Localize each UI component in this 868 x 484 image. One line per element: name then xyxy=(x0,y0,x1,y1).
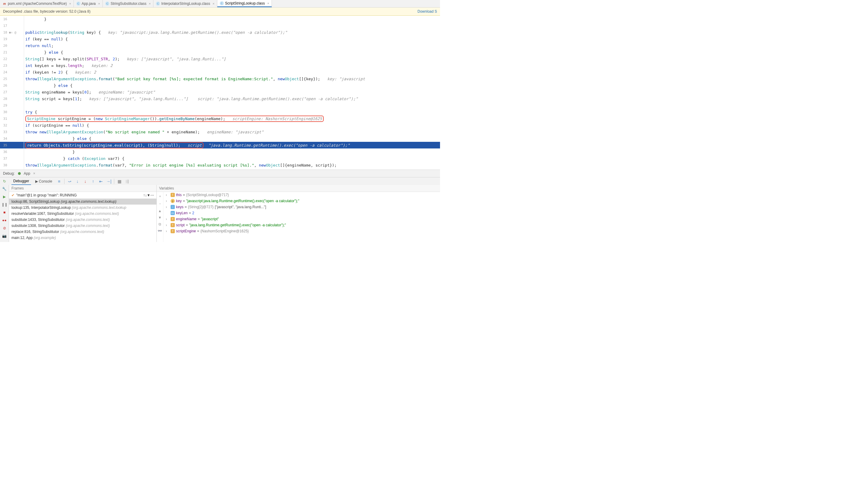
gutter-row[interactable]: 32 xyxy=(0,122,24,129)
close-icon[interactable]: × xyxy=(267,1,269,5)
stack-frame[interactable]: main:12, App (org.example) xyxy=(9,235,156,241)
code-line[interactable]: return Objects.toString(scriptEngine.eva… xyxy=(24,142,440,148)
close-icon[interactable]: × xyxy=(213,2,214,5)
copy-icon[interactable]: ⧉ xyxy=(158,222,161,226)
code-line[interactable]: if (key == null) { xyxy=(24,36,440,42)
gutter-row[interactable]: 34 xyxy=(0,135,24,142)
gutter-row[interactable]: 37 xyxy=(0,155,24,162)
mute-breakpoints-icon[interactable]: ⊘ xyxy=(2,225,7,231)
close-icon[interactable]: × xyxy=(33,171,35,176)
stack-frame[interactable]: lookup:135, InterpolatorStringLookup (or… xyxy=(9,205,156,210)
resume-icon[interactable]: ▶ xyxy=(2,194,7,199)
code-line[interactable]: throw IllegalArgumentExceptions.format("… xyxy=(24,76,440,82)
code-line[interactable]: if (keyLen != 2) { keyLen: 2 xyxy=(24,69,440,76)
variable-row[interactable]: ›⫶keys = {String[2]@727} ["javascript", … xyxy=(163,204,440,210)
debug-app-name[interactable]: App xyxy=(24,171,30,176)
stop-icon[interactable]: ■ xyxy=(2,210,7,215)
stack-frame[interactable]: resolveVariable:1067, StringSubstitutor … xyxy=(9,210,156,217)
code-area[interactable]: } public String lookup(String key) { key… xyxy=(24,16,440,170)
close-icon[interactable]: × xyxy=(149,2,151,5)
trace-icon[interactable]: ⇶ xyxy=(124,179,130,184)
evaluate-icon[interactable]: ▦ xyxy=(117,179,122,184)
variable-row[interactable]: ›fengineName = "javascript" xyxy=(163,216,440,222)
force-step-into-icon[interactable]: ↓ xyxy=(83,179,88,184)
step-out-icon[interactable]: ↑ xyxy=(90,179,96,184)
code-line[interactable] xyxy=(24,102,440,109)
new-watch-icon[interactable]: ＋ xyxy=(158,194,162,199)
code-line[interactable]: String engineName = keys[0]; engineName:… xyxy=(24,89,440,95)
gutter-row[interactable]: 22 xyxy=(0,56,24,62)
tab-console[interactable]: ▶ Console xyxy=(33,178,54,185)
code-line[interactable]: } xyxy=(24,16,440,22)
gutter-row[interactable]: 16 xyxy=(0,16,24,22)
code-line[interactable]: } xyxy=(24,148,440,155)
stack-frame[interactable]: substitute:1308, StringSubstitutor (org.… xyxy=(9,223,156,229)
drop-frame-icon[interactable]: ⇤ xyxy=(98,179,104,184)
run-to-cursor-icon[interactable]: →| xyxy=(106,179,112,184)
gutter-row[interactable]: 36 xyxy=(0,148,24,155)
tab-debugger[interactable]: Debugger xyxy=(11,178,31,185)
gutter-row[interactable]: 20 xyxy=(0,42,24,49)
code-line[interactable]: throw IllegalArgumentExceptions.format(v… xyxy=(24,162,440,168)
view-breakpoints-icon[interactable]: ●● xyxy=(2,218,7,223)
rerun-icon[interactable]: ↻ xyxy=(2,179,7,184)
threads-icon[interactable]: ≡ xyxy=(56,179,62,184)
close-icon[interactable]: × xyxy=(69,2,71,5)
code-line[interactable]: } catch (Exception var7) { xyxy=(24,155,440,162)
filter-icon[interactable]: ▼ xyxy=(147,193,150,197)
gutter-row[interactable]: 19 xyxy=(0,36,24,42)
code-line[interactable]: if (scriptEngine == null) { xyxy=(24,122,440,129)
camera-icon[interactable]: 📷 xyxy=(2,233,7,239)
gutter-row[interactable]: 21 xyxy=(0,49,24,56)
gutter-row[interactable]: 27 xyxy=(0,89,24,95)
code-line[interactable]: try { xyxy=(24,109,440,115)
stack-frame[interactable]: lookup:86, ScriptStringLookup (org.apach… xyxy=(9,199,156,205)
code-line[interactable]: ScriptEngine scriptEngine = (new ScriptE… xyxy=(24,115,440,122)
editor-tab[interactable]: CScriptStringLookup.class× xyxy=(217,0,272,7)
code-line[interactable]: String script = keys[1]; keys: ["javascr… xyxy=(24,95,440,102)
variable-row[interactable]: 01keyLen = 2 xyxy=(163,210,440,216)
download-sources-link[interactable]: Download S xyxy=(417,9,437,13)
code-line[interactable]: } else { xyxy=(24,49,440,56)
down-icon[interactable]: ▼ xyxy=(158,216,162,220)
code-line[interactable]: int keyLen = keys.length; keyLen: 2 xyxy=(24,62,440,69)
code-line[interactable]: } else { xyxy=(24,82,440,89)
stack-frame[interactable]: replace:816, StringSubstitutor (org.apac… xyxy=(9,229,156,235)
gutter-row[interactable]: 29 xyxy=(0,102,24,109)
editor-tab[interactable]: CApp.java× xyxy=(74,0,103,7)
code-line[interactable]: return null; xyxy=(24,42,440,49)
settings-icon[interactable]: 🔧 xyxy=(2,186,7,192)
gutter-row[interactable]: 26 xyxy=(0,82,24,89)
editor-tab[interactable]: CInterpolatorStringLookup.class× xyxy=(153,0,217,7)
code-line[interactable]: throw new IllegalArgumentException("No s… xyxy=(24,129,440,135)
gutter-row[interactable]: 18●↑ @ xyxy=(0,29,24,36)
step-over-icon[interactable]: ⤻ xyxy=(67,179,72,184)
up-icon[interactable]: ▲ xyxy=(158,209,162,213)
code-line[interactable]: String[] keys = key.split(SPLIT_STR, 2);… xyxy=(24,56,440,62)
gutter-row[interactable]: 28 xyxy=(0,95,24,102)
gutter-row[interactable]: 31 xyxy=(0,115,24,122)
close-icon[interactable]: × xyxy=(98,2,100,5)
code-line[interactable]: public String lookup(String key) { key: … xyxy=(24,29,440,36)
editor-tab[interactable]: mpom.xml (ApacheCommonsTextRce)× xyxy=(0,0,74,7)
variable-row[interactable]: ›fscriptEngine = {NashornScriptEngine@16… xyxy=(163,228,440,234)
gutter-row[interactable]: 23 xyxy=(0,62,24,69)
remove-watch-icon[interactable]: － xyxy=(158,201,162,206)
code-line[interactable] xyxy=(24,22,440,29)
thread-selector[interactable]: ✔"main"@1 in group "main": RUNNING↑↓▼⋯ xyxy=(9,192,156,199)
gutter-row[interactable]: 17 xyxy=(0,22,24,29)
gutter-row[interactable]: 30 xyxy=(0,109,24,115)
step-into-icon[interactable]: ↓ xyxy=(75,179,80,184)
gutter-row[interactable]: 35 xyxy=(0,142,24,148)
more-icon[interactable]: ⋯ xyxy=(150,193,154,197)
gutter-row[interactable]: 25 xyxy=(0,76,24,82)
variable-row[interactable]: ›fscript = "java.lang.Runtime.getRuntime… xyxy=(163,222,440,228)
glasses-icon[interactable]: 👓 xyxy=(158,229,162,233)
code-editor[interactable]: 161718●↑ @192021222324252627282930313233… xyxy=(0,16,440,170)
stack-frame[interactable]: substitute:1433, StringSubstitutor (org.… xyxy=(9,217,156,223)
gutter-row[interactable]: 24 xyxy=(0,69,24,76)
editor-tab[interactable]: CStringSubstitutor.class× xyxy=(103,0,153,7)
gutter-row[interactable]: 38 xyxy=(0,162,24,168)
pause-icon[interactable]: ❚❚ xyxy=(2,202,7,207)
code-line[interactable]: } else { xyxy=(24,135,440,142)
